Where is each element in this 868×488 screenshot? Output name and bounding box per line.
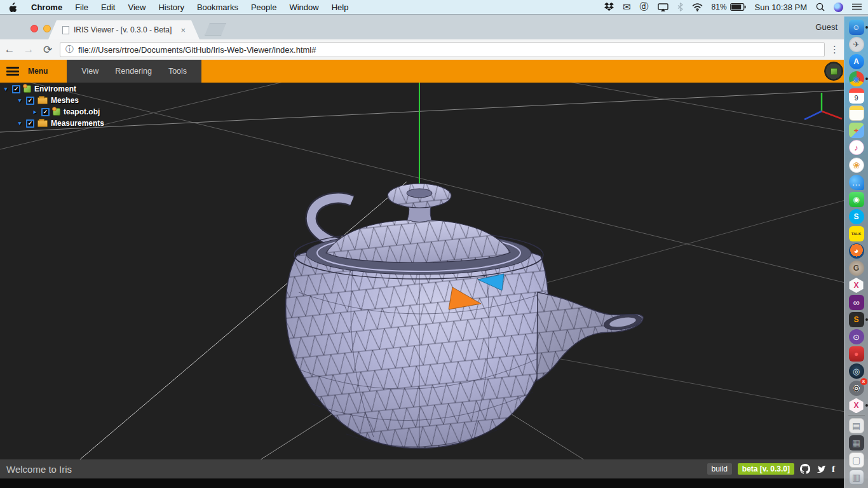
menubar-item-edit[interactable]: Edit bbox=[95, 3, 121, 12]
skype-app-icon[interactable]: S bbox=[849, 209, 864, 224]
maps-app-icon[interactable]: ⌖ bbox=[849, 123, 864, 138]
tree-item-teapot[interactable]: ▸ ✓ teapot.obj bbox=[0, 106, 104, 118]
folder-icon bbox=[37, 97, 48, 104]
battery-status[interactable]: 81% bbox=[712, 3, 746, 11]
browser-tab[interactable]: IRIS Viewer - [v. 0.3.0 - Beta] × bbox=[48, 20, 200, 39]
hamburger-menu-icon[interactable] bbox=[6, 67, 19, 76]
tab-strip: IRIS Viewer - [v. 0.3.0 - Beta] × Guest bbox=[0, 14, 868, 39]
dropbox-icon[interactable] bbox=[604, 3, 614, 11]
photos-app-icon[interactable]: ❀ bbox=[849, 158, 864, 173]
scene-canvas bbox=[0, 83, 868, 459]
folder-icon bbox=[37, 120, 48, 127]
address-bar[interactable]: ⓘ file:///Users/rtroe/Documents/GitHub/I… bbox=[60, 42, 825, 57]
back-button[interactable]: ← bbox=[0, 43, 19, 56]
tree-label[interactable]: teapot.obj bbox=[64, 107, 100, 116]
menu-label[interactable]: Menu bbox=[28, 67, 48, 76]
environment-checkbox[interactable]: ✓ bbox=[12, 85, 20, 93]
minimize-window-button[interactable] bbox=[43, 25, 51, 32]
spotlight-search-icon[interactable] bbox=[816, 3, 825, 11]
documents-stack-icon[interactable]: ▤ bbox=[849, 418, 864, 433]
gear-app-icon[interactable]: ⚙8 bbox=[849, 381, 864, 396]
trash-icon[interactable]: ▥ bbox=[849, 470, 864, 485]
files-stack-icon[interactable]: ▢ bbox=[849, 452, 864, 468]
tree-item-environment[interactable]: ▾ ✓ Enviroment bbox=[0, 83, 104, 95]
menubar-item-people[interactable]: People bbox=[245, 3, 283, 12]
dock-separator bbox=[848, 415, 865, 416]
teapot-cube-icon bbox=[53, 108, 60, 116]
xamarin-studio-app-icon[interactable]: X bbox=[849, 278, 864, 293]
measurements-checkbox[interactable]: ✓ bbox=[26, 119, 34, 128]
tab-view[interactable]: View bbox=[73, 67, 107, 76]
reload-button[interactable]: ⟳ bbox=[38, 43, 57, 57]
browser-menu-button[interactable]: ⋮ bbox=[830, 44, 839, 55]
tab-tools[interactable]: Tools bbox=[160, 67, 195, 76]
guest-profile-label[interactable]: Guest bbox=[815, 22, 837, 32]
launchpad-app-icon[interactable]: ✈ bbox=[849, 37, 864, 52]
menubar-item-file[interactable]: File bbox=[69, 3, 95, 12]
close-window-button[interactable] bbox=[31, 25, 38, 32]
beta-version-badge: beta [v. 0.3.0] bbox=[738, 463, 794, 475]
menubar-item-help[interactable]: Help bbox=[325, 3, 355, 12]
menubar-item-bookmarks[interactable]: Bookmarks bbox=[191, 3, 245, 12]
kakaotalk-app-icon[interactable]: TALK bbox=[849, 226, 864, 241]
menubar-item-view[interactable]: View bbox=[121, 3, 152, 12]
tree-label[interactable]: Measurements bbox=[51, 119, 104, 128]
xamarin-app-icon[interactable]: X bbox=[849, 398, 864, 413]
twitter-icon[interactable] bbox=[816, 464, 826, 473]
sublime-text-app-icon[interactable]: S bbox=[849, 312, 864, 327]
macos-menubar: Chrome File Edit View History Bookmarks … bbox=[0, 0, 868, 14]
tree-item-meshes[interactable]: ▾ ✓ Meshes bbox=[0, 95, 104, 106]
d-circle-icon[interactable]: ⓓ bbox=[640, 1, 649, 13]
gimp-app-icon[interactable]: G bbox=[849, 261, 864, 276]
tab-rendering[interactable]: Rendering bbox=[107, 67, 160, 76]
bluetooth-icon[interactable] bbox=[677, 3, 683, 11]
page-info-icon[interactable]: ⓘ bbox=[65, 44, 74, 55]
tab-close-icon[interactable]: × bbox=[180, 25, 186, 35]
tree-label[interactable]: Meshes bbox=[51, 96, 79, 105]
mail-icon[interactable]: ✉ bbox=[623, 1, 631, 13]
teapot-checkbox[interactable]: ✓ bbox=[41, 108, 50, 116]
menubar-clock[interactable]: Sun 10:38 PM bbox=[755, 3, 807, 12]
notification-center-icon[interactable] bbox=[852, 3, 862, 11]
app-store-app-icon[interactable]: A bbox=[849, 54, 864, 69]
finder-app-icon[interactable]: ☺ bbox=[849, 20, 864, 35]
messages-app-icon[interactable]: … bbox=[849, 175, 864, 190]
chevron-right-icon[interactable]: ▸ bbox=[32, 109, 38, 115]
iris-logo bbox=[824, 62, 843, 81]
page-icon bbox=[62, 26, 69, 34]
menubar-item-window[interactable]: Window bbox=[283, 3, 325, 12]
calendar-app-icon[interactable]: 9 bbox=[849, 88, 864, 104]
visual-studio-app-icon[interactable]: ∞ bbox=[849, 295, 864, 310]
tree-item-measurements[interactable]: ▾ ✓ Measurements bbox=[0, 118, 104, 129]
github-icon[interactable] bbox=[800, 464, 810, 474]
siri-icon[interactable] bbox=[834, 3, 843, 12]
tab-title: IRIS Viewer - [v. 0.3.0 - Beta] bbox=[74, 25, 172, 34]
chrome-app-icon[interactable]: ◉ bbox=[849, 71, 864, 86]
steam-app-icon[interactable]: ◎ bbox=[849, 363, 864, 379]
downloads-stack-icon[interactable]: ▦ bbox=[849, 435, 864, 451]
viewport-3d[interactable]: ▾ ✓ Enviroment ▾ ✓ Meshes ▸ ✓ teapot.obj… bbox=[0, 83, 868, 459]
facetime-app-icon[interactable]: ◉ bbox=[849, 192, 864, 207]
chevron-down-icon[interactable]: ▾ bbox=[17, 120, 23, 126]
battery-percent: 81% bbox=[712, 3, 727, 11]
build-badge: build bbox=[707, 463, 732, 475]
tree-label[interactable]: Enviroment bbox=[34, 85, 76, 93]
menubar-app-name[interactable]: Chrome bbox=[25, 3, 69, 12]
browser-window: IRIS Viewer - [v. 0.3.0 - Beta] × Guest … bbox=[0, 14, 868, 488]
menubar-item-history[interactable]: History bbox=[152, 3, 190, 12]
meshes-checkbox[interactable]: ✓ bbox=[26, 97, 34, 105]
github-desktop-app-icon[interactable]: ⊙ bbox=[849, 329, 864, 344]
chevron-down-icon[interactable]: ▾ bbox=[17, 97, 23, 104]
notes-app-icon[interactable] bbox=[849, 105, 864, 121]
status-bar: Welcome to Iris build beta [v. 0.3.0] f bbox=[0, 459, 868, 478]
forward-button[interactable]: → bbox=[19, 43, 38, 56]
apple-menu-icon[interactable] bbox=[0, 3, 25, 12]
blender-app-icon[interactable]: ◕ bbox=[849, 243, 864, 259]
game-emulator-app-icon[interactable]: ● bbox=[849, 346, 864, 362]
wifi-icon[interactable] bbox=[692, 3, 703, 11]
facebook-icon[interactable]: f bbox=[832, 464, 835, 475]
itunes-app-icon[interactable]: ♪ bbox=[849, 140, 864, 155]
airplay-display-icon[interactable] bbox=[658, 3, 668, 11]
chevron-down-icon[interactable]: ▾ bbox=[3, 86, 9, 92]
new-tab-button[interactable] bbox=[205, 23, 226, 36]
